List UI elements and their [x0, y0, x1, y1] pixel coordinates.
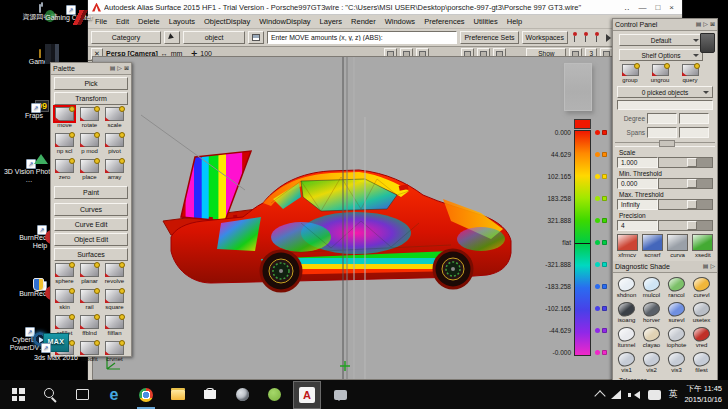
- parameter-field[interactable]: 0.000: [617, 178, 658, 189]
- minimize-button[interactable]: —: [638, 3, 646, 12]
- alias-taskbar-icon[interactable]: A: [293, 381, 321, 409]
- prompt-history-icon[interactable]: [248, 31, 264, 44]
- palette-tool[interactable]: sphere: [52, 262, 77, 288]
- stack-icon[interactable]: ▤: [703, 262, 709, 271]
- menu-item[interactable]: Help: [507, 17, 522, 26]
- desktop-icon-3ds-max[interactable]: MAX 3ds Max 2016: [30, 333, 82, 362]
- marking-menu-pin-icon[interactable]: [582, 32, 590, 43]
- object-button[interactable]: object: [183, 31, 245, 44]
- shelf-tool[interactable]: scnsrf: [640, 234, 664, 258]
- palette-title-bar[interactable]: Palette ▤ ▷ ⊠: [51, 63, 131, 75]
- palette-tab-pick[interactable]: Pick: [54, 77, 128, 90]
- palette-tool[interactable]: zero: [52, 158, 77, 184]
- palette-tool[interactable]: scale: [102, 106, 127, 132]
- palette-tool[interactable]: pivot: [102, 132, 127, 158]
- palette-tool[interactable]: array: [102, 158, 127, 184]
- diagnostic-shade-tool[interactable]: surevl: [664, 300, 689, 325]
- scale-marker[interactable]: [595, 196, 607, 201]
- diagnostic-shade-tool[interactable]: vis1: [614, 350, 639, 375]
- car-model[interactable]: [151, 133, 543, 301]
- viewport-canvas[interactable]: 0.000 44.629: [92, 56, 618, 380]
- stack-icon[interactable]: ▤: [696, 20, 702, 29]
- scale-marker[interactable]: [595, 262, 607, 267]
- parameter-field[interactable]: 1.000: [617, 157, 658, 168]
- palette-tool[interactable]: rail: [77, 288, 102, 314]
- menu-item[interactable]: Windows: [385, 17, 415, 26]
- diagnostic-shade-tool[interactable]: usetex: [689, 300, 714, 325]
- diagnostic-shade-tool[interactable]: clayao: [639, 325, 664, 350]
- diagnostic-shade-header[interactable]: Diagnostic Shade ▤ ▷: [613, 261, 717, 273]
- menu-item[interactable]: Delete: [138, 17, 160, 26]
- scale-marker[interactable]: [595, 130, 607, 135]
- network-signal-icon[interactable]: [611, 390, 621, 399]
- diagnostic-shade-tool[interactable]: curevl: [689, 275, 714, 300]
- notification-icon[interactable]: [648, 390, 661, 400]
- group-tool[interactable]: query: [677, 63, 703, 83]
- maximize-button[interactable]: □: [655, 3, 660, 12]
- shelf-tool[interactable]: curva: [666, 234, 690, 258]
- menu-item[interactable]: Edit: [116, 17, 129, 26]
- slider-thumb[interactable]: [687, 221, 697, 230]
- window-dots-icon[interactable]: ‥: [624, 3, 629, 12]
- picked-objects-dropdown[interactable]: 0 picked objects: [617, 86, 713, 98]
- task-view-icon[interactable]: [69, 381, 95, 409]
- palette-close-icon[interactable]: ⊠: [124, 64, 129, 73]
- diagnostic-shade-tool[interactable]: vis2: [639, 350, 664, 375]
- 3d-builder-icon[interactable]: [229, 381, 255, 409]
- stack-icon[interactable]: ▤: [110, 64, 116, 73]
- palette-tool[interactable]: move: [52, 106, 77, 132]
- parameter-slider[interactable]: [658, 157, 713, 168]
- scale-marker[interactable]: [595, 152, 607, 157]
- scale-marker[interactable]: [595, 218, 607, 223]
- taskbar-clock[interactable]: 下午 11:45 2015/10/16: [684, 384, 722, 404]
- workspaces-button[interactable]: Workspaces: [522, 31, 568, 44]
- edge-icon[interactable]: e: [101, 381, 127, 409]
- preset-dropdown[interactable]: Default: [619, 34, 703, 46]
- scale-marker[interactable]: [595, 328, 607, 333]
- group-tool[interactable]: ungrou: [647, 63, 673, 83]
- scale-marker[interactable]: [595, 306, 607, 311]
- file-explorer-icon[interactable]: [165, 381, 191, 409]
- trash-icon[interactable]: [700, 33, 715, 53]
- diagnostic-shade-tool[interactable]: filest: [689, 350, 714, 375]
- toolbar-expand-icon[interactable]: [606, 34, 611, 42]
- scale-marker[interactable]: [595, 240, 607, 245]
- diagnostic-shade-tool[interactable]: rancol: [664, 275, 689, 300]
- degree-field-1[interactable]: [647, 113, 677, 124]
- marking-menu-pin-icon[interactable]: [593, 32, 601, 43]
- diagnostic-shade-tool[interactable]: vred: [689, 325, 714, 350]
- group-tool[interactable]: group: [617, 63, 643, 83]
- palette-tool[interactable]: planar: [77, 262, 102, 288]
- parameter-field[interactable]: Infinity: [617, 199, 658, 210]
- menu-item[interactable]: ObjectDisplay: [204, 17, 250, 26]
- parameter-slider[interactable]: [658, 220, 713, 231]
- palette-tab-surfaces[interactable]: Surfaces: [54, 248, 128, 261]
- menu-item[interactable]: Utilities: [474, 17, 498, 26]
- spans-field-1[interactable]: [647, 127, 677, 138]
- palette-tab-curves[interactable]: Curves: [54, 203, 128, 216]
- palette-tool[interactable]: np scl: [52, 132, 77, 158]
- palette-tool[interactable]: p mod: [77, 132, 102, 158]
- slider-thumb[interactable]: [687, 179, 697, 188]
- expand-icon[interactable]: ▷: [710, 262, 715, 271]
- scale-marker[interactable]: [595, 284, 607, 289]
- expand-icon[interactable]: ▷: [117, 64, 122, 73]
- scale-marker[interactable]: [595, 350, 607, 355]
- diagnostic-shade-tool[interactable]: horver: [639, 300, 664, 325]
- menu-item[interactable]: Preferences: [424, 17, 464, 26]
- parameter-field[interactable]: 4: [617, 220, 658, 231]
- palette-tab-transform[interactable]: Transform: [54, 92, 128, 105]
- diagnostic-shade-tool[interactable]: shdnon: [614, 275, 639, 300]
- palette-tool[interactable]: place: [77, 158, 102, 184]
- menu-item[interactable]: File: [95, 17, 107, 26]
- palette-tool[interactable]: rotate: [77, 106, 102, 132]
- palette-tool[interactable]: crvnet: [102, 340, 127, 366]
- diagnostic-shade-tool[interactable]: isoang: [614, 300, 639, 325]
- menu-item[interactable]: Layouts: [169, 17, 195, 26]
- control-panel-close-icon[interactable]: ⊠: [710, 20, 715, 29]
- search-icon[interactable]: [37, 381, 63, 409]
- expand-icon[interactable]: ▷: [703, 20, 708, 29]
- menu-item[interactable]: WindowDisplay: [259, 17, 310, 26]
- ime-indicator[interactable]: 英: [668, 388, 677, 401]
- palette-tool[interactable]: square: [102, 288, 127, 314]
